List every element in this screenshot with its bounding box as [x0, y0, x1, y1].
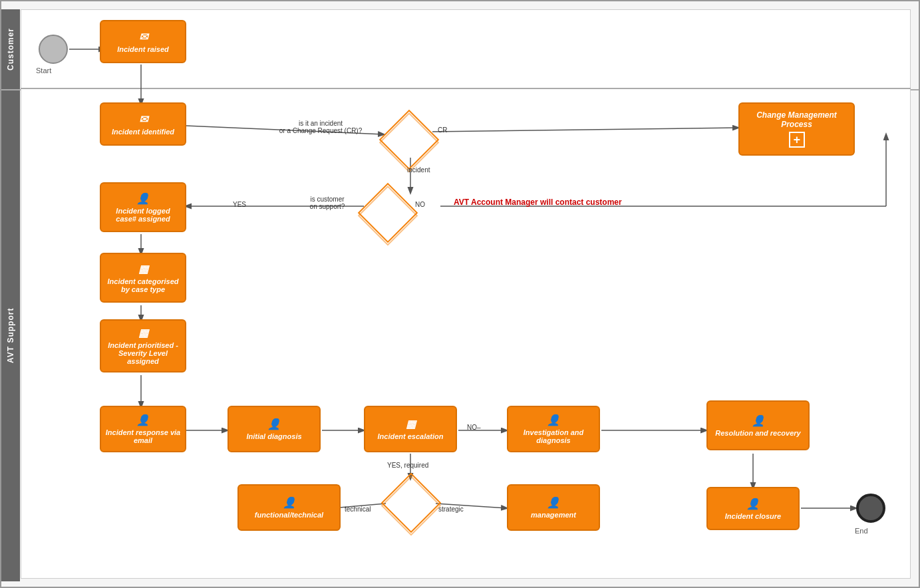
- table3-icon: ▦: [406, 418, 416, 430]
- person3-icon: 👤: [267, 418, 281, 430]
- cr-label: CR: [438, 126, 447, 134]
- person7-icon: 👤: [283, 496, 296, 509]
- avt-notice: AVT Account Manager will contact custome…: [454, 198, 622, 207]
- functional-label: functional/technical: [255, 511, 323, 519]
- incident-prioritised-label: Incident prioritised - Severity Level as…: [105, 341, 181, 365]
- resolution-label: Resolution and recovery: [715, 429, 800, 437]
- incident-escalation-box: ▦ Incident escalation: [364, 406, 457, 452]
- tech-diamond-container: [387, 479, 435, 527]
- person5-icon: 👤: [752, 414, 765, 427]
- diagram-container: Customer AVT Support: [0, 0, 920, 588]
- swimlane-customer-label: Customer: [1, 9, 20, 89]
- envelope2-icon: ✉: [139, 113, 148, 126]
- no-label-escalation: NO–: [467, 424, 481, 431]
- envelope-icon: ✉: [139, 31, 148, 43]
- incident-categorised-box: ▦ Incident categorised by case type: [100, 253, 186, 303]
- person6-icon: 👤: [746, 498, 760, 510]
- management-box: 👤 management: [507, 484, 600, 531]
- investigation-box: 👤 Investigation and diagnosis: [507, 406, 600, 452]
- incident-label: incident: [407, 166, 430, 174]
- person8-icon: 👤: [547, 496, 560, 509]
- incident-response-label: Incident response via email: [105, 428, 181, 444]
- incident-response-box: 👤 Incident response via email: [100, 406, 186, 452]
- no-label-support: NO: [415, 201, 425, 208]
- person1-icon: 👤: [136, 192, 150, 205]
- change-mgmt-label: Change Management Process: [744, 110, 849, 129]
- investigation-label: Investigation and diagnosis: [512, 428, 595, 444]
- incident-closure-label: Incident closure: [725, 512, 781, 520]
- cr-diamond-container: [385, 116, 433, 164]
- end-node: [856, 494, 885, 523]
- incident-raised-label: Incident raised: [117, 45, 169, 53]
- incident-identified-label: Incident identified: [112, 128, 174, 136]
- tech-diamond-inner: [381, 476, 442, 536]
- support-diamond-container: [364, 189, 412, 237]
- incident-categorised-label: Incident categorised by case type: [105, 277, 181, 293]
- person4-icon: 👤: [547, 414, 560, 426]
- technical-label: technical: [345, 506, 371, 513]
- yes-required-label: YES, required: [387, 462, 428, 469]
- cr-diamond-inner: [379, 112, 440, 173]
- support-question: is customeron support?: [294, 196, 361, 210]
- incident-closure-box: 👤 Incident closure: [706, 487, 800, 530]
- yes-label: YES: [233, 201, 246, 208]
- change-mgmt-box: Change Management Process +: [738, 102, 855, 156]
- table2-icon: ▦: [138, 327, 148, 339]
- initial-diagnosis-label: Initial diagnosis: [246, 432, 301, 440]
- incident-logged-box: 👤 Incident logged case# assigned: [100, 182, 186, 232]
- initial-diagnosis-box: 👤 Initial diagnosis: [228, 406, 321, 452]
- person2-icon: 👤: [136, 414, 150, 426]
- management-label: management: [531, 511, 576, 519]
- end-label: End: [855, 527, 868, 535]
- resolution-box: 👤 Resolution and recovery: [706, 400, 810, 450]
- incident-logged-label: Incident logged case# assigned: [105, 207, 181, 223]
- start-label: Start: [36, 67, 51, 74]
- swimlane-border-1: [21, 88, 911, 89]
- incident-identified-box: ✉ Incident identified: [100, 102, 186, 146]
- incident-prioritised-box: ▦ Incident prioritised - Severity Level …: [100, 319, 186, 372]
- support-diamond-inner: [358, 186, 418, 246]
- incident-escalation-label: Incident escalation: [377, 432, 443, 440]
- plus-icon: +: [789, 132, 805, 148]
- strategic-label: strategic: [438, 506, 464, 513]
- swimlane-avt-label: AVT Support: [1, 89, 20, 581]
- start-node: [39, 35, 68, 64]
- functional-box: 👤 functional/technical: [237, 484, 341, 531]
- incident-raised-box: ✉ Incident raised: [100, 20, 186, 63]
- table1-icon: ▦: [138, 263, 148, 275]
- cr-diamond-question: is it an incidentor a Change Request (CR…: [261, 120, 381, 134]
